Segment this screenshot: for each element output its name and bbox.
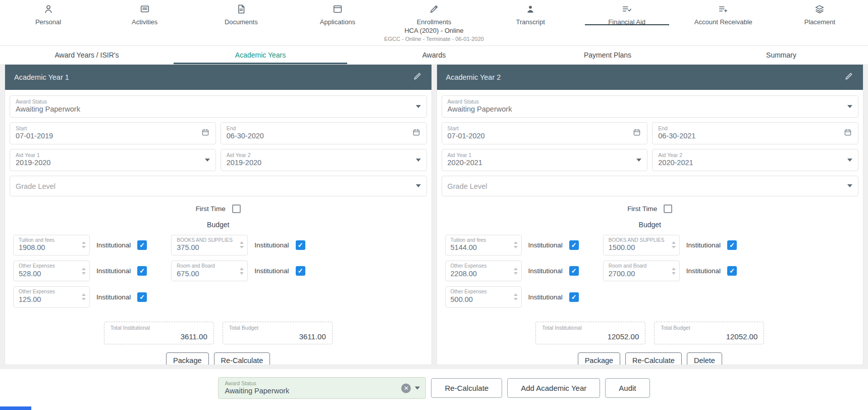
other-expenses-field[interactable]: Other Expenses 500.00 — [445, 286, 522, 307]
other-expenses-field[interactable]: Other Expenses 528.00 — [13, 261, 90, 281]
number-spinner[interactable] — [672, 241, 676, 248]
nav-item-personal[interactable]: Personal — [0, 0, 96, 25]
other-expenses-field[interactable]: Other Expenses 2208.00 — [445, 261, 522, 281]
first-time-checkbox[interactable] — [232, 204, 241, 213]
award-status-field[interactable]: Award Status Awaiting Paperwork — [442, 95, 859, 118]
footer-award-status-field[interactable]: Award Status Awaiting Paperwork ✕ — [218, 377, 426, 399]
field-label: Total Institutional — [111, 325, 207, 331]
field-label: Room and Board — [177, 263, 234, 269]
institutional-checkbox[interactable] — [137, 292, 147, 302]
number-spinner[interactable] — [240, 241, 244, 248]
nav-item-financial-aid[interactable]: Financial Aid — [579, 0, 675, 25]
edit-pencil-icon[interactable] — [412, 71, 422, 83]
field-placeholder: Grade Level — [16, 182, 407, 191]
nav-label: Account Receivable — [694, 18, 752, 26]
number-spinner[interactable] — [82, 293, 86, 300]
calendar-icon[interactable] — [843, 128, 852, 139]
number-spinner[interactable] — [82, 241, 86, 248]
number-spinner[interactable] — [514, 241, 518, 248]
audit-button[interactable]: Audit — [605, 378, 649, 398]
edit-pencil-icon[interactable] — [844, 71, 854, 83]
nav-item-transcript[interactable]: Transcript — [482, 0, 579, 25]
grade-level-field[interactable]: Grade Level — [10, 176, 427, 196]
end-date-field[interactable]: End 06-30-2020 — [221, 122, 427, 144]
tab-awards[interactable]: Awards — [347, 46, 521, 64]
field-value: 528.00 — [19, 269, 76, 279]
chevron-down-icon[interactable] — [847, 159, 852, 162]
first-time-checkbox[interactable] — [664, 204, 672, 213]
horizontal-scrollbar-thumb[interactable] — [0, 406, 31, 410]
room-and-board-field[interactable]: Room and Board 675.00 — [171, 261, 248, 281]
other-expenses-field[interactable]: Other Expenses 125.00 — [13, 286, 90, 307]
grade-level-field[interactable]: Grade Level — [442, 176, 859, 196]
institutional-checkbox[interactable] — [569, 292, 579, 302]
tab-summary[interactable]: Summary — [694, 46, 868, 64]
chevron-down-icon[interactable] — [416, 105, 421, 108]
recalculate-button[interactable]: Re-Calculate — [431, 378, 502, 398]
calendar-icon[interactable] — [632, 128, 641, 139]
end-date-field[interactable]: End 06-30-2021 — [652, 122, 858, 144]
chevron-down-icon[interactable] — [416, 159, 421, 162]
institutional-checkbox[interactable] — [296, 240, 305, 250]
chevron-down-icon[interactable] — [416, 184, 421, 187]
nav-label: Personal — [35, 18, 61, 26]
start-date-field[interactable]: Start 07-01-2019 — [10, 122, 216, 144]
tab-payment-plans[interactable]: Payment Plans — [521, 46, 694, 64]
nav-item-placement[interactable]: Placement — [772, 0, 868, 25]
nav-item-documents[interactable]: Documents — [193, 0, 289, 25]
number-spinner[interactable] — [514, 293, 518, 300]
chevron-down-icon[interactable] — [415, 387, 420, 390]
recalculate-button[interactable]: Re-Calculate — [214, 352, 270, 365]
institutional-checkbox[interactable] — [727, 240, 737, 250]
total-budget-value: 3611.00 — [229, 332, 326, 341]
books-and-supplies-field[interactable]: BOOKS AND SUPPLIES 1500.00 — [603, 235, 680, 255]
calendar-icon[interactable] — [412, 128, 421, 139]
award-status-field[interactable]: Award Status Awaiting Paperwork — [10, 95, 427, 118]
aid-year-1-field[interactable]: Aid Year 1 2020-2021 — [442, 149, 648, 171]
panel-title: Academic Year 1 — [14, 73, 69, 81]
tuition-and-fees-field[interactable]: Tuition and fees 1908.00 — [13, 235, 90, 255]
room-and-board-field[interactable]: Room and Board 2700.00 — [603, 261, 680, 281]
books-and-supplies-field[interactable]: BOOKS AND SUPPLIES 375.00 — [171, 235, 248, 255]
package-button[interactable]: Package — [578, 352, 620, 365]
budget-item: BOOKS AND SUPPLIES 1500.00 Institutional — [603, 235, 737, 255]
tab-academic-years[interactable]: Academic Years — [174, 46, 347, 64]
institutional-checkbox[interactable] — [137, 266, 147, 276]
institutional-checkbox[interactable] — [137, 240, 147, 250]
aid-year-2-field[interactable]: Aid Year 2 2019-2020 — [221, 149, 427, 171]
add-academic-year-button[interactable]: Add Academic Year — [507, 378, 600, 398]
institutional-checkbox[interactable] — [727, 266, 737, 276]
chevron-down-icon[interactable] — [847, 184, 852, 187]
budget-item: Other Expenses 528.00 Institutional — [13, 261, 147, 281]
start-date-field[interactable]: Start 07-01-2020 — [442, 122, 648, 144]
aid-year-1-field[interactable]: Aid Year 1 2019-2020 — [10, 149, 216, 171]
number-spinner[interactable] — [672, 268, 676, 275]
clear-icon[interactable]: ✕ — [401, 383, 411, 393]
institutional-checkbox[interactable] — [569, 266, 579, 276]
panel-title: Academic Year 2 — [446, 73, 501, 81]
aid-year-2-field[interactable]: Aid Year 2 2020-2021 — [652, 149, 858, 171]
delete-button[interactable]: Delete — [687, 352, 722, 365]
nav-item-enrollments[interactable]: Enrollments — [386, 0, 482, 25]
number-spinner[interactable] — [240, 268, 244, 275]
tuition-and-fees-field[interactable]: Tuition and fees 5144.00 — [445, 235, 522, 255]
nav-item-activities[interactable]: Activities — [96, 0, 193, 25]
calendar-icon[interactable] — [201, 128, 210, 139]
nav-item-account-receivable[interactable]: Account Receivable — [675, 0, 772, 25]
nav-label: Applications — [320, 18, 355, 26]
chevron-down-icon[interactable] — [847, 105, 852, 108]
institutional-checkbox[interactable] — [569, 240, 579, 250]
number-spinner[interactable] — [82, 268, 86, 275]
recalculate-button[interactable]: Re-Calculate — [625, 352, 682, 365]
chevron-down-icon[interactable] — [636, 159, 641, 162]
tab-award-years-isirs[interactable]: Award Years / ISIR's — [0, 46, 174, 64]
chevron-down-icon[interactable] — [205, 159, 210, 162]
package-button[interactable]: Package — [166, 352, 208, 365]
field-label: End — [227, 125, 407, 131]
field-label: Aid Year 1 — [16, 152, 196, 158]
number-spinner[interactable] — [514, 268, 518, 275]
institutional-checkbox[interactable] — [296, 266, 305, 276]
nav-item-applications[interactable]: Applications — [289, 0, 386, 25]
budget-item: Room and Board 675.00 Institutional — [171, 261, 305, 281]
field-placeholder: Grade Level — [448, 182, 839, 191]
